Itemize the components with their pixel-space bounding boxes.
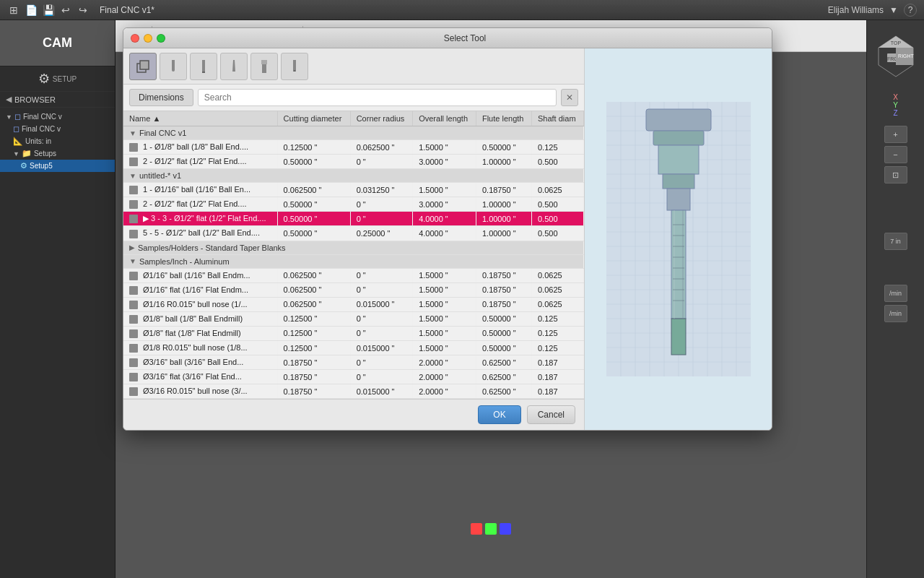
table-row[interactable]: Ø1/8 R0.015" bull nose (1/8... 0.12500 "… (123, 341, 584, 355)
shaft-d-cell: 0.500 (531, 155, 583, 169)
table-row[interactable]: Ø1/8" ball (1/8" Ball Endmill) 0.12500 "… (123, 311, 584, 326)
nav-cube-svg[interactable]: FRONT TOP RIGHT (873, 33, 919, 79)
tree-item-final-cnc[interactable]: ▼ ◻ Final CNC v (0, 111, 115, 123)
fit-button[interactable]: ⊡ (884, 166, 907, 184)
rpm-button[interactable]: /min (884, 285, 907, 302)
section-header-cell[interactable]: ▶ Samples/Holders - Standard Taper Blank… (123, 241, 584, 254)
table-row[interactable]: Ø1/8" flat (1/8" Flat Endmill) 0.12500 "… (123, 326, 584, 340)
section-header-row[interactable]: ▼ untitled-* v1 (123, 169, 584, 183)
setup-icon[interactable]: ⚙ (38, 71, 50, 87)
save-icon[interactable]: 💾 (42, 4, 55, 17)
col-corner-r[interactable]: Corner radius (350, 111, 413, 126)
cancel-button[interactable]: Cancel (527, 405, 575, 424)
holder-button[interactable] (250, 53, 278, 80)
tree-item-label2: Final CNC v (22, 125, 61, 133)
right-sidebar: FRONT TOP RIGHT X Y Z + − ⊡ 7 in /min /m… (866, 20, 924, 578)
speed-unit-button[interactable]: 7 in (884, 233, 907, 250)
dimensions-button[interactable]: Dimensions (129, 89, 193, 106)
section-header-row[interactable]: ▼ Final CNC v1 (123, 126, 584, 140)
table-row[interactable]: 2 - Ø1/2" flat (1/2" Flat End.... 0.5000… (123, 197, 584, 212)
browser-collapse-icon: ◀ (6, 95, 12, 104)
cut-dia-cell: 0.12500 " (277, 311, 350, 326)
table-row[interactable]: Ø1/16" ball (1/16" Ball Endm... 0.062500… (123, 268, 584, 282)
col-cut-dia[interactable]: Cutting diameter (277, 111, 350, 126)
tapered-mill-button[interactable] (220, 53, 248, 80)
col-shaft-d[interactable]: Shaft diam (531, 111, 583, 126)
help-button[interactable]: ? (904, 4, 917, 17)
section-header-cell[interactable]: ▼ Samples/Inch - Aluminum (123, 254, 584, 268)
corner-r-cell: 0 " (350, 282, 413, 297)
svg-rect-8 (262, 64, 266, 73)
svg-rect-4 (202, 60, 205, 72)
col-name[interactable]: Name ▲ (123, 111, 277, 126)
minimize-window-button[interactable] (144, 34, 152, 43)
svg-rect-1 (140, 61, 149, 69)
col-overall-l[interactable]: Overall length (413, 111, 476, 126)
tool-name-cell: 1 - Ø1/8" ball (1/8" Ball End.... (123, 140, 277, 155)
dialog-titlebar: Select Tool (123, 28, 772, 48)
dialog-right-preview (584, 48, 772, 430)
maximize-window-button[interactable] (157, 34, 165, 43)
overall-l-cell: 1.5000 " (413, 282, 476, 297)
bull-nose-button[interactable] (281, 53, 308, 80)
cube-tool-button[interactable] (129, 53, 157, 80)
tool-preview-svg (606, 102, 751, 376)
table-row[interactable]: Ø1/16 R0.015" bull nose (1/... 0.062500 … (123, 297, 584, 311)
table-row[interactable]: 1 - Ø1/8" ball (1/8" Ball End.... 0.1250… (123, 140, 584, 155)
shaft-d-cell: 0.187 (531, 355, 583, 370)
overall-l-cell: 1.5000 " (413, 140, 476, 155)
ball-end-mill-button[interactable] (160, 53, 187, 80)
main-layout: CAM ⚙ SETUP ◀ BROWSER ▼ ◻ Final CNC v ◻ … (0, 20, 924, 578)
browser-header[interactable]: ◀ BROWSER (0, 92, 115, 108)
table-row[interactable]: 1 - Ø1/16" ball (1/16" Ball En... 0.0625… (123, 183, 584, 197)
user-dropdown-icon[interactable]: ▼ (889, 5, 898, 15)
undo-icon[interactable]: ↩ (59, 4, 72, 17)
section-header-cell[interactable]: ▼ Final CNC v1 (123, 126, 584, 140)
ok-button[interactable]: OK (478, 405, 520, 424)
table-row[interactable]: 2 - Ø1/2" flat (1/2" Flat End.... 0.5000… (123, 155, 584, 169)
tree-item-units[interactable]: 📐 Units: in (0, 135, 115, 147)
flat-end-mill-button[interactable] (190, 53, 217, 80)
flute-l-cell: 0.18750 " (476, 282, 531, 297)
section-header-cell[interactable]: ▼ untitled-* v1 (123, 169, 584, 183)
section-expand-arrow: ▼ (129, 172, 136, 180)
svg-rect-40 (653, 131, 704, 145)
shaft-d-cell: 0.125 (531, 341, 583, 355)
redo-icon[interactable]: ↪ (77, 4, 90, 17)
tool-name-cell: Ø1/8" flat (1/8" Flat Endmill) (123, 326, 277, 340)
table-row[interactable]: Ø3/16" ball (3/16" Ball End... 0.18750 "… (123, 355, 584, 370)
svg-rect-10 (293, 70, 296, 72)
svg-rect-43 (667, 189, 690, 210)
svg-rect-39 (646, 109, 711, 131)
table-row[interactable]: 5 - 5 - Ø1/2" ball (1/2" Ball End.... 0.… (123, 226, 584, 241)
corner-r-cell: 0.015000 " (350, 297, 413, 311)
tool-table-container[interactable]: Name ▲ Cutting diameter Corner radius Ov… (123, 111, 584, 399)
tree-item-setups[interactable]: ▼ 📁 Setups (0, 147, 115, 160)
dialog-body: Dimensions ✕ Name ▲ Cutting diameter (123, 48, 772, 430)
shaft-d-cell: 0.0625 (531, 297, 583, 311)
zoom-in-button[interactable]: + (884, 126, 907, 143)
zoom-out-button[interactable]: − (884, 146, 907, 163)
table-row[interactable]: Ø1/16" flat (1/16" Flat Endm... 0.062500… (123, 282, 584, 297)
section-header-row[interactable]: ▼ Samples/Inch - Aluminum (123, 254, 584, 268)
tree-item-final-cnc2[interactable]: ◻ Final CNC v (0, 123, 115, 135)
close-window-button[interactable] (131, 34, 139, 43)
feed-button[interactable]: /min (884, 305, 907, 322)
file-icon[interactable]: 📄 (25, 4, 38, 17)
table-row[interactable]: ▶ 3 - 3 - Ø1/2" flat (1/2" Flat End.... … (123, 212, 584, 226)
tree-item-setup5[interactable]: ⚙ Setup5 (0, 160, 115, 172)
section-header-row[interactable]: ▶ Samples/Holders - Standard Taper Blank… (123, 241, 584, 254)
table-row[interactable]: Ø3/16 R0.015" bull nose (3/... 0.18750 "… (123, 384, 584, 399)
cam-button[interactable]: CAM (0, 20, 115, 66)
grid-icon[interactable]: ⊞ (7, 4, 20, 17)
table-row[interactable]: Ø3/16" flat (3/16" Flat End... 0.18750 "… (123, 370, 584, 384)
clear-search-button[interactable]: ✕ (561, 89, 578, 106)
search-input[interactable] (198, 89, 557, 106)
shaft-d-cell: 0.0625 (531, 268, 583, 282)
cut-dia-cell: 0.18750 " (277, 370, 350, 384)
dialog-toolbar (123, 48, 584, 85)
overall-l-cell: 3.0000 " (413, 197, 476, 212)
col-flute-l[interactable]: Flute length (476, 111, 531, 126)
tree-setups-label: Setups (34, 150, 56, 158)
flute-l-cell: 0.62500 " (476, 370, 531, 384)
